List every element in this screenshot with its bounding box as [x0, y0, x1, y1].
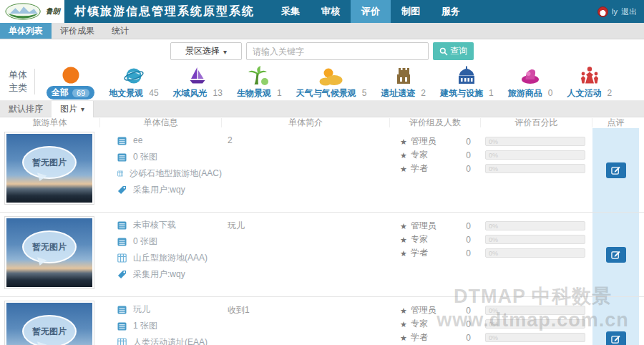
calendar-icon [117, 305, 127, 314]
photos-icon [117, 152, 127, 162]
category-item-geology[interactable]: 地文景观 45 [109, 64, 158, 99]
category-item-goods[interactable]: 旅游商品 0 [508, 64, 553, 99]
unit-type: 人类活动遗址(EAA) [133, 336, 208, 345]
percent-bar: 0% [485, 333, 585, 342]
star-icon [400, 164, 411, 174]
table-row: 暂无图片 玩儿 1 张图 人类活动遗址(EAA) 采集用户:wqy 收到1 管理… [0, 297, 644, 345]
col-eval-percent: 评价百分比 [481, 118, 592, 127]
cultural-activity-icon [579, 65, 600, 87]
unit-image-count: 0 张图 [133, 151, 157, 163]
edit-pencil-icon [611, 334, 620, 344]
search-row: 景区选择 查询 [0, 39, 644, 63]
category-item-biological[interactable]: 生物景观 1 [237, 64, 282, 99]
user-avatar-icon [597, 6, 608, 17]
page-title: 村镇旅游信息管理系统原型系统 [74, 4, 255, 19]
category-table-icon [117, 169, 123, 178]
percent-bar: 0% [485, 150, 585, 160]
percent-bar: 0% [485, 306, 585, 315]
star-icon [400, 150, 411, 160]
unit-intro: 收到1 [222, 297, 390, 345]
unit-image-count: 1 张图 [133, 320, 157, 332]
review-cell [592, 297, 639, 345]
calendar-icon [117, 220, 127, 230]
category-item-cultural[interactable]: 人文活动 2 [567, 64, 612, 99]
photos-icon [117, 237, 127, 246]
review-edit-button[interactable] [606, 162, 626, 178]
col-eval-groups: 评价组及人数 [390, 118, 481, 127]
tourism-unit-thumbnail[interactable]: 暂无图片 [4, 132, 94, 205]
tourism-unit-thumbnail[interactable]: 暂无图片 [4, 301, 94, 345]
app-logo: 鲁朗 [0, 0, 64, 23]
logout-link[interactable]: 退出 [621, 6, 637, 17]
review-cell [592, 213, 639, 296]
star-icon [400, 235, 411, 245]
percent-bar: 0% [485, 319, 585, 329]
tag-icon [117, 185, 127, 195]
nav-item-collect[interactable]: 采集 [270, 0, 311, 23]
architecture-icon [456, 65, 477, 87]
default-sort-button[interactable]: 默认排序 [0, 103, 52, 115]
star-icon [400, 221, 411, 231]
unit-type: 沙砾石地型旅游地(AAC) [130, 167, 222, 180]
table-header: 旅游单体 单体信息 单体简介 评价组及人数 评价百分比 点评 [0, 117, 644, 128]
review-edit-button[interactable] [606, 247, 626, 263]
photos-icon [117, 321, 127, 331]
tourism-unit-thumbnail[interactable]: 暂无图片 [4, 216, 94, 289]
percent-bar: 0% [485, 137, 585, 146]
edit-pencil-icon [611, 165, 620, 175]
tab-evaluation-results[interactable]: 评价成果 [52, 23, 103, 39]
count-badge: 69 [72, 89, 89, 97]
col-tourism-unit: 旅游单体 [0, 118, 100, 127]
user-name: ly [612, 7, 618, 16]
no-image-bubble: 暂无图片 [22, 230, 77, 263]
edit-pencil-icon [611, 250, 620, 259]
scenic-area-select[interactable]: 景区选择 [170, 42, 242, 60]
search-button[interactable]: 查询 [433, 42, 474, 60]
thumbnail-photo: 暂无图片 [6, 218, 92, 287]
star-icon [400, 306, 411, 316]
geology-landscape-icon [123, 65, 145, 87]
star-icon [400, 137, 411, 147]
calendar-icon [117, 136, 127, 145]
table-row: 暂无图片 ee 0 张图 沙砾石地型旅游地(AAC) 采集用户:wqy 2 管理… [0, 128, 644, 213]
logo-text: 鲁朗 [46, 6, 60, 16]
unit-collector: 采集用户:wqy [133, 184, 185, 196]
percent-bar: 0% [485, 235, 585, 244]
water-scenery-icon [187, 65, 208, 87]
tab-unit-list[interactable]: 单体列表 [0, 23, 52, 39]
category-item-architecture[interactable]: 建筑与设施 1 [440, 64, 494, 99]
col-review: 点评 [592, 118, 639, 127]
search-icon [439, 47, 448, 56]
nav-item-mapping[interactable]: 制图 [391, 0, 431, 23]
unit-name: ee [133, 135, 142, 145]
category-row: 单体 主类 全部 69 地文景观 45 [0, 63, 644, 101]
review-edit-button[interactable] [606, 331, 626, 345]
col-unit-info: 单体信息 [100, 118, 222, 127]
unit-intro: 玩儿 [222, 213, 390, 296]
nav-item-evaluate[interactable]: 评价 [351, 0, 391, 23]
tab-statistics[interactable]: 统计 [103, 23, 137, 39]
category-table-icon [117, 253, 127, 263]
image-filter-dropdown[interactable]: 图片 [52, 101, 94, 117]
unit-intro: 2 [222, 128, 390, 212]
nav-item-service[interactable]: 服务 [431, 0, 471, 23]
category-table-icon [117, 338, 127, 345]
table-row: 暂无图片 未审核下载 0 张图 山丘型旅游地(AAA) 采集用户:wqy 玩儿 … [0, 213, 644, 297]
category-item-water[interactable]: 水域风光 13 [173, 64, 223, 99]
keyword-input[interactable] [246, 42, 429, 60]
unit-image-count: 0 张图 [133, 235, 157, 248]
category-item-ruins[interactable]: 遗址遗迹 2 [381, 64, 426, 99]
header: 鲁朗 村镇旅游信息管理系统原型系统 采集 审核 评价 制图 服务 ly 退出 [0, 0, 644, 23]
biological-landscape-icon [248, 65, 270, 87]
category-item-all[interactable]: 全部 69 [47, 64, 94, 99]
percent-bar: 0% [485, 221, 585, 230]
star-icon [400, 319, 411, 329]
percent-bar: 0% [485, 164, 585, 173]
nav-item-audit[interactable]: 审核 [311, 0, 351, 23]
main-nav: 采集 审核 评价 制图 服务 [270, 0, 471, 23]
chevron-down-icon [223, 47, 227, 57]
chevron-down-icon [81, 104, 84, 114]
category-item-weather[interactable]: 天气与气候景观 5 [296, 64, 367, 99]
sub-tabbar: 单体列表 评价成果 统计 [0, 23, 644, 39]
user-area: ly 退出 [597, 6, 637, 17]
